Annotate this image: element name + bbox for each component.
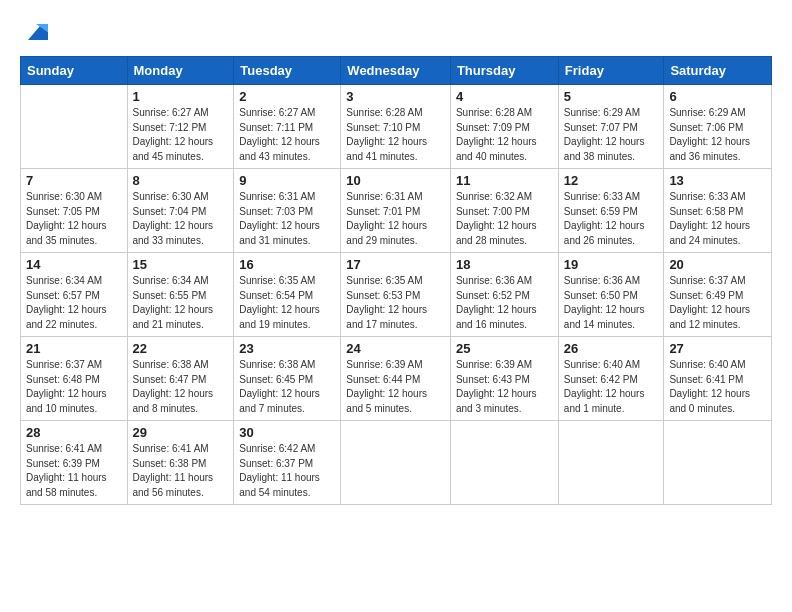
- day-number: 1: [133, 89, 229, 104]
- day-info: Sunrise: 6:35 AM Sunset: 6:53 PM Dayligh…: [346, 274, 445, 332]
- day-info: Sunrise: 6:27 AM Sunset: 7:11 PM Dayligh…: [239, 106, 335, 164]
- day-cell: 1Sunrise: 6:27 AM Sunset: 7:12 PM Daylig…: [127, 85, 234, 169]
- day-cell: 25Sunrise: 6:39 AM Sunset: 6:43 PM Dayli…: [450, 337, 558, 421]
- day-info: Sunrise: 6:31 AM Sunset: 7:01 PM Dayligh…: [346, 190, 445, 248]
- day-info: Sunrise: 6:40 AM Sunset: 6:41 PM Dayligh…: [669, 358, 766, 416]
- day-info: Sunrise: 6:41 AM Sunset: 6:39 PM Dayligh…: [26, 442, 122, 500]
- weekday-thursday: Thursday: [450, 57, 558, 85]
- day-info: Sunrise: 6:37 AM Sunset: 6:48 PM Dayligh…: [26, 358, 122, 416]
- day-info: Sunrise: 6:29 AM Sunset: 7:06 PM Dayligh…: [669, 106, 766, 164]
- page: SundayMondayTuesdayWednesdayThursdayFrid…: [0, 0, 792, 612]
- day-cell: [450, 421, 558, 505]
- day-number: 3: [346, 89, 445, 104]
- day-number: 9: [239, 173, 335, 188]
- weekday-saturday: Saturday: [664, 57, 772, 85]
- day-cell: 15Sunrise: 6:34 AM Sunset: 6:55 PM Dayli…: [127, 253, 234, 337]
- day-cell: [664, 421, 772, 505]
- week-row-0: 1Sunrise: 6:27 AM Sunset: 7:12 PM Daylig…: [21, 85, 772, 169]
- day-cell: 8Sunrise: 6:30 AM Sunset: 7:04 PM Daylig…: [127, 169, 234, 253]
- day-info: Sunrise: 6:30 AM Sunset: 7:04 PM Dayligh…: [133, 190, 229, 248]
- day-number: 7: [26, 173, 122, 188]
- day-number: 14: [26, 257, 122, 272]
- day-cell: 7Sunrise: 6:30 AM Sunset: 7:05 PM Daylig…: [21, 169, 128, 253]
- day-info: Sunrise: 6:36 AM Sunset: 6:50 PM Dayligh…: [564, 274, 659, 332]
- day-cell: [341, 421, 451, 505]
- day-info: Sunrise: 6:29 AM Sunset: 7:07 PM Dayligh…: [564, 106, 659, 164]
- day-cell: 5Sunrise: 6:29 AM Sunset: 7:07 PM Daylig…: [558, 85, 664, 169]
- calendar-table: SundayMondayTuesdayWednesdayThursdayFrid…: [20, 56, 772, 505]
- day-cell: 10Sunrise: 6:31 AM Sunset: 7:01 PM Dayli…: [341, 169, 451, 253]
- weekday-tuesday: Tuesday: [234, 57, 341, 85]
- day-cell: 2Sunrise: 6:27 AM Sunset: 7:11 PM Daylig…: [234, 85, 341, 169]
- day-number: 12: [564, 173, 659, 188]
- day-info: Sunrise: 6:28 AM Sunset: 7:09 PM Dayligh…: [456, 106, 553, 164]
- day-info: Sunrise: 6:38 AM Sunset: 6:45 PM Dayligh…: [239, 358, 335, 416]
- day-info: Sunrise: 6:36 AM Sunset: 6:52 PM Dayligh…: [456, 274, 553, 332]
- day-cell: 26Sunrise: 6:40 AM Sunset: 6:42 PM Dayli…: [558, 337, 664, 421]
- day-number: 25: [456, 341, 553, 356]
- day-info: Sunrise: 6:38 AM Sunset: 6:47 PM Dayligh…: [133, 358, 229, 416]
- week-row-4: 28Sunrise: 6:41 AM Sunset: 6:39 PM Dayli…: [21, 421, 772, 505]
- week-row-3: 21Sunrise: 6:37 AM Sunset: 6:48 PM Dayli…: [21, 337, 772, 421]
- day-number: 21: [26, 341, 122, 356]
- day-cell: 29Sunrise: 6:41 AM Sunset: 6:38 PM Dayli…: [127, 421, 234, 505]
- day-cell: 23Sunrise: 6:38 AM Sunset: 6:45 PM Dayli…: [234, 337, 341, 421]
- day-cell: 27Sunrise: 6:40 AM Sunset: 6:41 PM Dayli…: [664, 337, 772, 421]
- day-number: 6: [669, 89, 766, 104]
- day-cell: 19Sunrise: 6:36 AM Sunset: 6:50 PM Dayli…: [558, 253, 664, 337]
- day-info: Sunrise: 6:40 AM Sunset: 6:42 PM Dayligh…: [564, 358, 659, 416]
- day-cell: 4Sunrise: 6:28 AM Sunset: 7:09 PM Daylig…: [450, 85, 558, 169]
- day-number: 30: [239, 425, 335, 440]
- day-cell: 22Sunrise: 6:38 AM Sunset: 6:47 PM Dayli…: [127, 337, 234, 421]
- day-cell: 14Sunrise: 6:34 AM Sunset: 6:57 PM Dayli…: [21, 253, 128, 337]
- day-number: 23: [239, 341, 335, 356]
- day-number: 5: [564, 89, 659, 104]
- day-cell: 13Sunrise: 6:33 AM Sunset: 6:58 PM Dayli…: [664, 169, 772, 253]
- day-number: 13: [669, 173, 766, 188]
- day-number: 19: [564, 257, 659, 272]
- day-info: Sunrise: 6:34 AM Sunset: 6:57 PM Dayligh…: [26, 274, 122, 332]
- day-cell: 30Sunrise: 6:42 AM Sunset: 6:37 PM Dayli…: [234, 421, 341, 505]
- day-cell: 3Sunrise: 6:28 AM Sunset: 7:10 PM Daylig…: [341, 85, 451, 169]
- day-cell: 24Sunrise: 6:39 AM Sunset: 6:44 PM Dayli…: [341, 337, 451, 421]
- day-number: 22: [133, 341, 229, 356]
- day-cell: 16Sunrise: 6:35 AM Sunset: 6:54 PM Dayli…: [234, 253, 341, 337]
- weekday-wednesday: Wednesday: [341, 57, 451, 85]
- day-info: Sunrise: 6:33 AM Sunset: 6:58 PM Dayligh…: [669, 190, 766, 248]
- day-number: 29: [133, 425, 229, 440]
- weekday-sunday: Sunday: [21, 57, 128, 85]
- day-number: 24: [346, 341, 445, 356]
- day-number: 17: [346, 257, 445, 272]
- day-info: Sunrise: 6:37 AM Sunset: 6:49 PM Dayligh…: [669, 274, 766, 332]
- day-cell: [21, 85, 128, 169]
- day-cell: 20Sunrise: 6:37 AM Sunset: 6:49 PM Dayli…: [664, 253, 772, 337]
- day-info: Sunrise: 6:32 AM Sunset: 7:00 PM Dayligh…: [456, 190, 553, 248]
- day-info: Sunrise: 6:34 AM Sunset: 6:55 PM Dayligh…: [133, 274, 229, 332]
- day-info: Sunrise: 6:31 AM Sunset: 7:03 PM Dayligh…: [239, 190, 335, 248]
- day-cell: 9Sunrise: 6:31 AM Sunset: 7:03 PM Daylig…: [234, 169, 341, 253]
- day-info: Sunrise: 6:28 AM Sunset: 7:10 PM Dayligh…: [346, 106, 445, 164]
- logo: [20, 18, 50, 46]
- day-cell: 21Sunrise: 6:37 AM Sunset: 6:48 PM Dayli…: [21, 337, 128, 421]
- weekday-header-row: SundayMondayTuesdayWednesdayThursdayFrid…: [21, 57, 772, 85]
- day-info: Sunrise: 6:33 AM Sunset: 6:59 PM Dayligh…: [564, 190, 659, 248]
- day-info: Sunrise: 6:35 AM Sunset: 6:54 PM Dayligh…: [239, 274, 335, 332]
- day-cell: 28Sunrise: 6:41 AM Sunset: 6:39 PM Dayli…: [21, 421, 128, 505]
- day-number: 4: [456, 89, 553, 104]
- week-row-1: 7Sunrise: 6:30 AM Sunset: 7:05 PM Daylig…: [21, 169, 772, 253]
- day-info: Sunrise: 6:42 AM Sunset: 6:37 PM Dayligh…: [239, 442, 335, 500]
- day-number: 2: [239, 89, 335, 104]
- day-number: 20: [669, 257, 766, 272]
- day-number: 8: [133, 173, 229, 188]
- day-number: 16: [239, 257, 335, 272]
- day-number: 10: [346, 173, 445, 188]
- logo-icon: [22, 18, 50, 46]
- day-number: 28: [26, 425, 122, 440]
- day-cell: 12Sunrise: 6:33 AM Sunset: 6:59 PM Dayli…: [558, 169, 664, 253]
- week-row-2: 14Sunrise: 6:34 AM Sunset: 6:57 PM Dayli…: [21, 253, 772, 337]
- day-cell: 17Sunrise: 6:35 AM Sunset: 6:53 PM Dayli…: [341, 253, 451, 337]
- day-cell: 18Sunrise: 6:36 AM Sunset: 6:52 PM Dayli…: [450, 253, 558, 337]
- day-info: Sunrise: 6:41 AM Sunset: 6:38 PM Dayligh…: [133, 442, 229, 500]
- weekday-monday: Monday: [127, 57, 234, 85]
- day-number: 27: [669, 341, 766, 356]
